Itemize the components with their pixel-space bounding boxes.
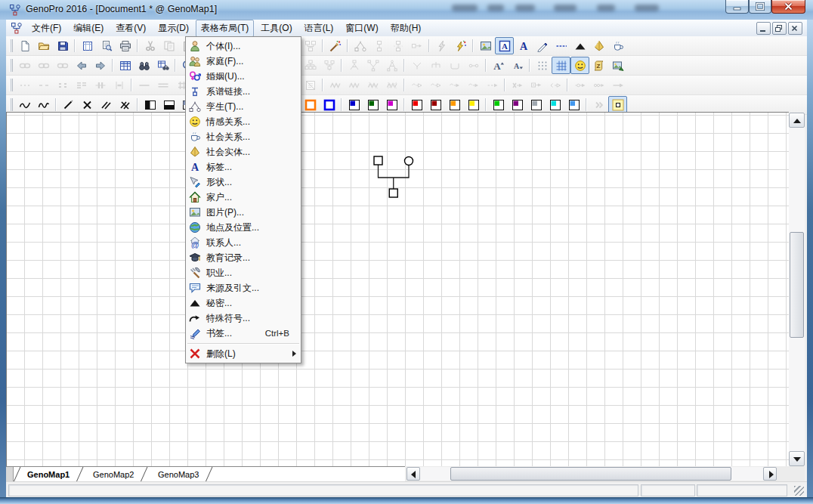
toolbar-button-smiley[interactable] — [570, 57, 589, 74]
toolbar-button-fill-v[interactable] — [141, 96, 159, 113]
toolbar-button-pen-xx[interactable] — [116, 96, 134, 113]
mdi-close-button[interactable] — [788, 22, 802, 35]
genogram-male-symbol[interactable] — [374, 156, 382, 165]
toolbar-button-v-arrow2[interactable] — [464, 76, 483, 94]
toolbar-button-table[interactable] — [116, 57, 134, 74]
toolbar-button-grid[interactable] — [552, 57, 570, 74]
menu-item-place[interactable]: 地点及位置... — [186, 220, 301, 235]
menu-item-secret[interactable]: 秘密... — [186, 295, 301, 311]
menu-item-source[interactable]: 来源及引文... — [186, 280, 301, 295]
toolbar-button-open-folder[interactable] — [34, 37, 53, 54]
toolbar-button-swatch-EE0000[interactable] — [407, 96, 426, 113]
menu-item-label[interactable]: A标签... — [186, 159, 301, 175]
toolbar-button-tree-x[interactable] — [345, 57, 363, 74]
toolbar-button-swatch-FFEE00[interactable] — [464, 96, 483, 113]
vertical-scroll-thumb[interactable] — [790, 232, 804, 338]
scroll-up-button[interactable] — [789, 113, 805, 128]
document-icon[interactable] — [11, 22, 23, 34]
toolbar-button-arrow-right[interactable] — [91, 57, 110, 74]
menubar-item-2[interactable]: 查看(V) — [110, 20, 151, 37]
toolbar-button-font-up[interactable]: A — [489, 57, 508, 74]
toolbar-button-dline[interactable] — [153, 76, 172, 94]
menu-item-twins[interactable]: 孪生(T)... — [186, 99, 301, 114]
toolbar-button-s-wave[interactable] — [34, 96, 53, 113]
toolbar-button-mini-t[interactable] — [426, 57, 445, 74]
horizontal-scroll-track[interactable] — [420, 467, 763, 481]
menu-item-occupation[interactable]: 职业... — [186, 265, 301, 280]
toolbar-button-fill-b[interactable] — [159, 96, 178, 113]
menubar-item-3[interactable]: 显示(D) — [153, 20, 194, 37]
toolbar-button-o-arrow[interactable] — [570, 76, 589, 94]
toolbar-button-font-down[interactable]: A — [508, 57, 527, 74]
menubar-item-7[interactable]: 窗口(W) — [340, 20, 383, 37]
toolbar-button-align-colon[interactable] — [53, 76, 72, 94]
toolbar-button-swatch-0000CC[interactable] — [345, 96, 363, 113]
toolbar-gripper[interactable] — [9, 98, 13, 111]
toolbar-gripper[interactable] — [9, 59, 13, 72]
minimize-button[interactable] — [725, 0, 749, 14]
menu-item-person[interactable]: 个体(I)... — [186, 39, 301, 54]
toolbar-button-highlight-box[interactable] — [608, 96, 627, 113]
toolbar-button-align-dash[interactable] — [34, 76, 53, 94]
menubar-item-5[interactable]: 工具(O) — [255, 20, 297, 37]
menu-item-special[interactable]: 特殊符号... — [186, 311, 301, 326]
scroll-down-button[interactable] — [789, 451, 805, 466]
toolbar-button-swatch-00CC00[interactable] — [489, 96, 508, 113]
toolbar-button-chain[interactable] — [53, 57, 72, 74]
toolbar-button-outline-sq-FF7700[interactable] — [301, 96, 320, 113]
toolbar-button-pen-slash[interactable] — [59, 96, 78, 113]
menubar-item-8[interactable]: 帮助(H) — [385, 20, 427, 37]
toolbar-button-link-v[interactable] — [369, 37, 388, 54]
toolbar-button-chevron2[interactable] — [589, 96, 608, 113]
toolbar-button-swatch-00E0E0[interactable] — [546, 96, 564, 113]
toolbar-button-chain[interactable] — [34, 57, 53, 74]
tabstrip-gripper[interactable] — [6, 467, 14, 482]
toolbar-button-triangle[interactable] — [570, 37, 589, 54]
hscroll-right-button[interactable] — [763, 467, 777, 481]
toolbar-button-mini-oo[interactable] — [464, 57, 483, 74]
horizontal-scroll-thumb[interactable] — [450, 467, 731, 481]
toolbar-button-dots-grid[interactable] — [533, 57, 552, 74]
toolbar-button-binoculars[interactable] — [134, 57, 153, 74]
menu-item-geno-link[interactable]: 系谱链接... — [186, 84, 301, 99]
toolbar-button-swatch-A0A8B0[interactable] — [527, 96, 546, 113]
tab-genomap2[interactable]: GenoMap2 — [80, 467, 148, 482]
toolbar-button-twins[interactable] — [351, 37, 369, 54]
toolbar-button-zigzag3[interactable] — [363, 76, 382, 94]
mdi-minimize-button[interactable] — [756, 22, 771, 35]
menu-item-marriage[interactable]: 婚姻(U)... — [186, 69, 301, 84]
window-resize-grip[interactable] — [794, 486, 804, 496]
toolbar-gripper[interactable] — [9, 39, 13, 52]
menu-item-family[interactable]: 家庭(F)... — [186, 54, 301, 69]
toolbar-button-copy[interactable] — [159, 37, 178, 54]
toolbar-button-table-find[interactable] — [153, 57, 172, 74]
toolbar-button-oo-arrow[interactable] — [589, 76, 608, 94]
toolbar-button-dashes[interactable] — [552, 37, 570, 54]
toolbar-button-export-pic[interactable] — [608, 57, 627, 74]
toolbar-button-labelA-box[interactable]: A — [495, 37, 514, 54]
toolbar-button-align-dots[interactable] — [15, 76, 34, 94]
menu-item-emotion[interactable]: 情感关系... — [186, 114, 301, 129]
mdi-restore-button[interactable] — [772, 22, 787, 35]
toolbar-button-tree-w[interactable] — [301, 57, 320, 74]
menubar-item-4[interactable]: 表格布局(T) — [196, 20, 254, 37]
toolbar-button-save[interactable] — [53, 37, 72, 54]
menu-item-contact[interactable]: @联系人... — [186, 235, 301, 250]
toolbar-button-align-rows[interactable] — [72, 76, 91, 94]
toolbar-button-pen-2slash[interactable] — [97, 96, 116, 113]
menu-item-household[interactable]: 家户... — [186, 190, 301, 205]
toolbar-button-mini-u[interactable] — [445, 57, 464, 74]
toolbar-button-swatch-800080[interactable] — [508, 96, 527, 113]
toolbar-button-swatch-CC00CC[interactable] — [382, 96, 401, 113]
toolbar-button-swatch-FF9900[interactable] — [445, 96, 464, 113]
hscroll-left-button[interactable] — [406, 467, 420, 481]
toolbar-button-swatch-4499EE[interactable] — [564, 96, 583, 113]
menu-item-bookmark[interactable]: 书签...Ctrl+B — [186, 326, 301, 341]
toolbar-button-cup[interactable] — [608, 37, 627, 54]
maximize-button[interactable] — [749, 0, 771, 14]
toolbar-button-tree-v[interactable] — [363, 57, 382, 74]
toolbar-button-page-borders[interactable] — [78, 37, 97, 54]
toolbar-button-dash-arrow[interactable] — [483, 76, 502, 94]
toolbar-button-pen[interactable] — [533, 37, 552, 54]
toolbar-button-wizard2[interactable] — [451, 37, 470, 54]
